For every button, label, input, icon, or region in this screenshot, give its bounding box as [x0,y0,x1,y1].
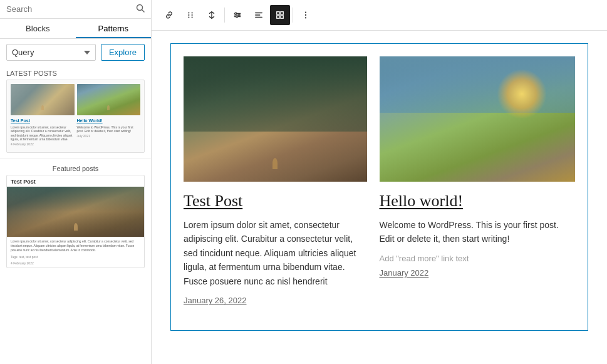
svg-point-2 [188,12,189,13]
move-button[interactable] [202,5,222,25]
svg-point-4 [188,14,189,16]
mini-preview-meta-2: July 2021 [77,134,141,138]
mini-preview-image-2 [77,84,141,115]
drag-button[interactable] [180,5,200,25]
mini-preview-title-2: Hello World! [77,118,141,124]
search-input[interactable] [6,4,132,14]
svg-rect-17 [277,12,279,14]
tabs-row: Blocks Patterns [0,19,151,39]
align-button[interactable] [249,5,269,25]
query-block[interactable]: Test Post Lorem ipsum dolor sit amet, co… [170,43,588,331]
post-title-2[interactable]: Hello world! [380,192,576,211]
toolbar-divider-1 [224,8,225,23]
search-icon [136,4,145,14]
tab-blocks[interactable]: Blocks [0,19,76,38]
svg-point-3 [192,12,193,13]
post-image-1 [184,56,367,182]
grid-view-button[interactable] [270,5,290,25]
featured-posts-pattern-preview[interactable]: Test Post Lorem ipsum dolor sit amet, co… [6,175,145,268]
sidebar: Blocks Patterns Query Posts Pages Featur… [0,0,152,364]
latest-posts-label: LATEST POSTS [0,66,151,80]
featured-preview-title: Test Post [7,175,144,187]
svg-rect-18 [281,12,283,14]
featured-preview-date: 4 February 2022 [7,261,144,268]
mini-preview-image-1 [11,84,75,115]
toolbar-divider-2 [293,8,293,23]
mini-preview-body-1: Lorem ipsum dolor sit amet, consectetur … [11,125,75,142]
tab-patterns[interactable]: Patterns [76,19,152,38]
latest-posts-pattern-preview[interactable]: Test Post Lorem ipsum dolor sit amet, co… [6,80,145,153]
svg-line-1 [142,10,145,13]
featured-posts-label: Featured posts [0,161,151,175]
svg-point-7 [192,16,193,18]
post-card-1: Test Post Lorem ipsum dolor sit amet, co… [184,56,380,318]
featured-preview-image [7,187,144,237]
more-button[interactable] [296,5,316,25]
link-button[interactable] [159,5,179,25]
svg-point-23 [305,17,306,18]
main-content: Test Post Lorem ipsum dolor sit amet, co… [152,0,607,364]
svg-point-21 [305,11,306,13]
svg-rect-20 [281,16,283,18]
post-image-2 [380,56,576,182]
svg-point-12 [238,14,240,16]
editor-area: Test Post Lorem ipsum dolor sit amet, co… [152,31,607,364]
post-excerpt-1: Lorem ipsum dolor sit amet, consectetur … [184,218,367,288]
mini-preview-title-1: Test Post [11,118,75,124]
svg-point-6 [188,16,189,18]
settings-button[interactable] [227,5,247,25]
search-bar [0,0,151,19]
mini-preview-body-2: Welcome to WordPress. This is your first… [77,125,141,133]
featured-preview-tags: Tags: test, test post [7,255,144,261]
svg-point-11 [235,13,237,14]
toolbar [152,0,607,31]
svg-rect-19 [277,16,279,18]
query-select[interactable]: Query Posts Pages Featured [6,44,96,61]
post-date-2[interactable]: January 2022 [380,268,576,278]
svg-point-5 [192,14,193,16]
section-divider [0,158,151,159]
posts-grid: Test Post Lorem ipsum dolor sit amet, co… [171,44,588,330]
mini-preview-meta-1: 4 February 2022 [11,142,75,147]
post-date-1[interactable]: January 26, 2022 [184,296,367,305]
post-title-1[interactable]: Test Post [184,192,367,211]
post-excerpt-2: Welcome to WordPress. This is your first… [380,218,576,246]
read-more-placeholder[interactable]: Add "read more" link text [380,254,576,263]
query-row: Query Posts Pages Featured Explore [0,39,151,66]
svg-point-13 [236,16,238,18]
explore-button[interactable]: Explore [101,44,145,61]
post-card-2: Hello world! Welcome to WordPress. This … [380,56,576,318]
svg-point-22 [305,14,306,16]
featured-preview-body: Lorem ipsum dolor sit amet, consectetur … [7,237,144,255]
